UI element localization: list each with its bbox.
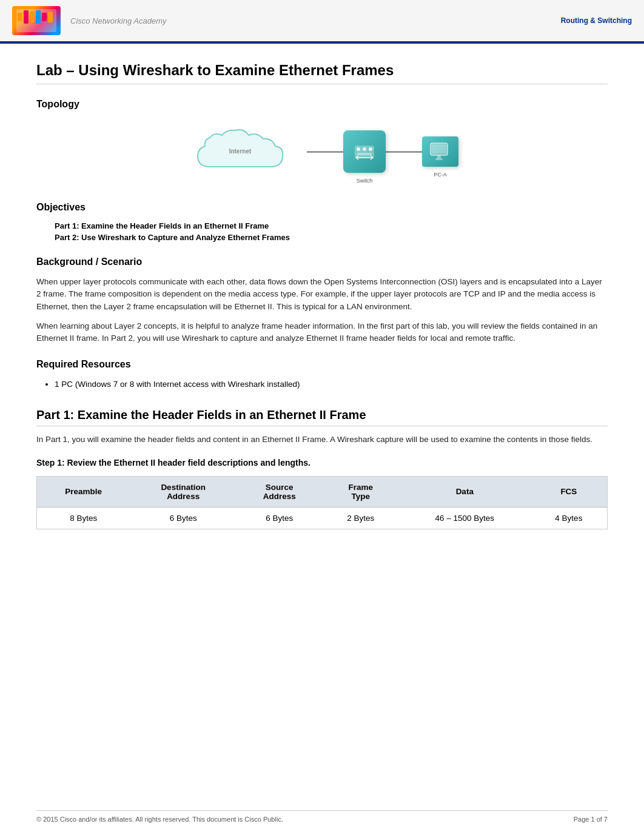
internet-cloud: Internet <box>186 118 307 185</box>
col-header-preamble: Preamble <box>37 477 130 508</box>
ethernet-table: Preamble DestinationAddress SourceAddres… <box>37 477 607 529</box>
objectives-section: Objectives Part 1: Examine the Header Fi… <box>36 202 608 242</box>
page-footer: © 2015 Cisco and/or its affiliates. All … <box>36 810 608 823</box>
part1-heading: Part 1: Examine the Header Fields in an … <box>36 408 608 426</box>
pc-icon <box>422 136 458 167</box>
cell-fcs: 4 Bytes <box>531 507 607 529</box>
switch-icon <box>343 130 386 173</box>
svg-rect-15 <box>437 155 441 158</box>
main-title: Lab – Using Wireshark to Examine Etherne… <box>36 62 608 84</box>
step1-section: Step 1: Review the Ethernet II header fi… <box>36 458 608 529</box>
page-content: Lab – Using Wireshark to Examine Etherne… <box>0 44 644 584</box>
step1-heading: Step 1: Review the Ethernet II header fi… <box>36 458 608 468</box>
resources-list: 1 PC (Windows 7 or 8 with Internet acces… <box>55 378 608 391</box>
switch-device: Switch <box>343 130 386 173</box>
cell-dest-address: 6 Bytes <box>130 507 236 529</box>
footer-page-info: Page 1 of 7 <box>574 816 608 823</box>
topology-diagram: Internet <box>110 118 534 185</box>
cell-frame-type: 2 Bytes <box>323 507 399 529</box>
svg-rect-14 <box>432 144 446 153</box>
col-header-src-address: SourceAddress <box>236 477 323 508</box>
part1-intro: In Part 1, you will examine the header f… <box>36 434 608 446</box>
cell-preamble: 8 Bytes <box>37 507 130 529</box>
svg-point-10 <box>363 147 366 151</box>
resource-item-1: 1 PC (Windows 7 or 8 with Internet acces… <box>55 378 608 391</box>
table-header-row: Preamble DestinationAddress SourceAddres… <box>37 477 607 508</box>
connector-2 <box>386 151 422 153</box>
resources-section: Required Resources 1 PC (Windows 7 or 8 … <box>36 359 608 391</box>
svg-text:Internet: Internet <box>229 148 252 155</box>
footer-copyright: © 2015 Cisco and/or its affiliates. All … <box>36 816 283 823</box>
cisco-logo <box>12 6 61 35</box>
pc-label: PC-A <box>434 172 447 178</box>
background-heading: Background / Scenario <box>36 257 608 267</box>
switch-label: Switch <box>357 178 373 184</box>
cell-src-address: 6 Bytes <box>236 507 323 529</box>
svg-rect-1 <box>18 13 22 21</box>
objectives-list: Part 1: Examine the Header Fields in an … <box>55 221 608 242</box>
svg-rect-5 <box>42 13 47 21</box>
background-para-1: When upper layer protocols communicate w… <box>36 276 608 313</box>
background-section: Background / Scenario When upper layer p… <box>36 257 608 344</box>
topology-section: Topology Internet <box>36 99 608 185</box>
resources-heading: Required Resources <box>36 359 608 370</box>
connector-1 <box>307 151 343 153</box>
header-title-area: Cisco Networking Academy <box>70 16 166 25</box>
svg-rect-2 <box>24 10 29 24</box>
col-header-dest-address: DestinationAddress <box>130 477 236 508</box>
page-header: Cisco Networking Academy Routing & Switc… <box>0 0 644 44</box>
col-header-fcs: FCS <box>531 477 607 508</box>
header-right-text: Routing & Switching <box>561 16 632 25</box>
academy-title: Cisco Networking Academy <box>70 16 166 25</box>
cell-data: 46 – 1500 Bytes <box>399 507 531 529</box>
svg-rect-16 <box>435 158 443 160</box>
col-header-data: Data <box>399 477 531 508</box>
objective-item-1: Part 1: Examine the Header Fields in an … <box>55 221 608 230</box>
topology-heading: Topology <box>36 99 608 110</box>
objective-item-2: Part 2: Use Wireshark to Capture and Ana… <box>55 233 608 242</box>
table-row: 8 Bytes 6 Bytes 6 Bytes 2 Bytes 46 – 150… <box>37 507 607 529</box>
pc-device: PC-A <box>422 136 458 167</box>
svg-rect-4 <box>36 10 41 24</box>
background-para-2: When learning about Layer 2 concepts, it… <box>36 320 608 345</box>
ethernet-table-wrapper: Preamble DestinationAddress SourceAddres… <box>36 476 608 529</box>
part1-section: Part 1: Examine the Header Fields in an … <box>36 408 608 529</box>
svg-rect-6 <box>48 12 53 22</box>
objectives-heading: Objectives <box>36 202 608 213</box>
svg-rect-3 <box>30 12 35 22</box>
svg-point-11 <box>369 147 372 151</box>
svg-point-9 <box>357 147 360 151</box>
svg-rect-12 <box>357 153 372 155</box>
col-header-frame-type: FrameType <box>323 477 399 508</box>
